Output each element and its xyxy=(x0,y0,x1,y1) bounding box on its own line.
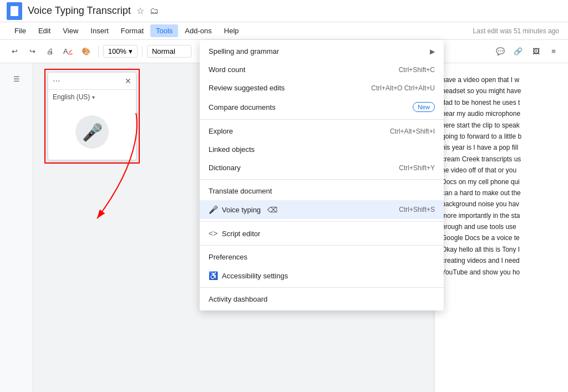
voice-panel-menu-icon[interactable]: ··· xyxy=(53,76,60,86)
menu-separator-3 xyxy=(200,221,444,222)
voice-typing-label: Voice typing xyxy=(222,206,261,214)
menu-insert[interactable]: Insert xyxy=(85,24,114,37)
menu-addons[interactable]: Add-ons xyxy=(179,24,217,37)
review-edits-label: Review suggested edits xyxy=(209,84,285,92)
review-edits-shortcut: Ctrl+Alt+O Ctrl+Alt+U xyxy=(371,84,435,92)
voice-typing-shortcut: Ctrl+Shift+S xyxy=(399,206,435,213)
menu-separator-1 xyxy=(200,119,444,120)
menu-view[interactable]: View xyxy=(57,24,84,37)
menu-spelling-grammar[interactable]: Spelling and grammar ▶ xyxy=(200,42,444,60)
menu-dictionary[interactable]: Dictionary Ctrl+Shift+Y xyxy=(200,159,444,177)
title-bar: Voice Typing Transcript ☆ 🗂 xyxy=(0,0,568,22)
star-icon[interactable]: ☆ xyxy=(136,6,144,16)
spelling-grammar-label: Spelling and grammar xyxy=(209,47,279,55)
script-editor-icon: <> xyxy=(209,229,217,238)
voice-panel-close-button[interactable]: ✕ xyxy=(125,77,131,85)
voice-typing-left: 🎤 Voice typing ⌫ xyxy=(209,205,277,214)
accessibility-left: ♿ Accessibility settings xyxy=(209,271,288,280)
voice-panel-header: ··· ✕ xyxy=(48,73,136,90)
align-button[interactable]: ≡ xyxy=(546,44,561,59)
zoom-dropdown-icon: ▾ xyxy=(129,47,133,55)
menu-translate[interactable]: Translate document xyxy=(200,182,444,200)
voice-typing-mic-icon: 🎤 xyxy=(209,205,217,214)
toolbar-separator-1 xyxy=(98,46,99,57)
spelling-grammar-left: Spelling and grammar xyxy=(209,47,279,55)
linked-objects-label: Linked objects xyxy=(209,145,255,154)
microphone-button[interactable]: 🎤 xyxy=(75,115,109,149)
doc-content: have a video open that I w headset so yo… xyxy=(442,74,561,278)
menu-activity-dashboard[interactable]: Activity dashboard xyxy=(200,290,444,308)
spelling-arrow-icon: ▶ xyxy=(430,48,435,55)
voice-panel-highlight-border: ··· ✕ English (US) ▾ 🎤 xyxy=(44,69,140,164)
menu-word-count[interactable]: Word count Ctrl+Shift+C xyxy=(200,60,444,79)
outline-button[interactable]: ☰ xyxy=(7,69,27,89)
activity-dashboard-left: Activity dashboard xyxy=(209,295,267,303)
print-button[interactable]: 🖨 xyxy=(42,44,58,59)
dictionary-label: Dictionary xyxy=(209,164,241,172)
menu-edit[interactable]: Edit xyxy=(33,24,56,37)
paint-format-button[interactable]: 🎨 xyxy=(78,44,94,59)
microphone-icon: 🎤 xyxy=(82,123,103,142)
word-count-label: Word count xyxy=(209,65,245,74)
menu-explore[interactable]: Explore Ctrl+Alt+Shift+I xyxy=(200,122,444,140)
menu-accessibility[interactable]: ♿ Accessibility settings xyxy=(200,266,444,285)
dictionary-shortcut: Ctrl+Shift+Y xyxy=(399,164,435,172)
explore-left: Explore xyxy=(209,127,233,135)
redo-button[interactable]: ↪ xyxy=(24,44,40,59)
menu-file[interactable]: File xyxy=(9,24,32,37)
compare-docs-left: Compare documents xyxy=(209,103,276,111)
folder-icon[interactable]: 🗂 xyxy=(150,6,159,16)
left-panel: ☰ xyxy=(0,63,33,392)
voice-panel-wrapper: ··· ✕ English (US) ▾ 🎤 xyxy=(44,69,140,164)
menu-linked-objects[interactable]: Linked objects xyxy=(200,140,444,159)
linked-objects-left: Linked objects xyxy=(209,145,255,154)
menu-review-edits[interactable]: Review suggested edits Ctrl+Alt+O Ctrl+A… xyxy=(200,79,444,97)
compare-docs-label: Compare documents xyxy=(209,103,276,111)
link-button[interactable]: 🔗 xyxy=(510,44,526,59)
tools-dropdown-menu: Spelling and grammar ▶ Word count Ctrl+S… xyxy=(200,40,444,310)
menu-separator-4 xyxy=(200,245,444,246)
language-dropdown-icon: ▾ xyxy=(92,94,95,100)
undo-button[interactable]: ↩ xyxy=(7,44,22,59)
explore-label: Explore xyxy=(209,127,233,135)
style-selector[interactable]: Normal xyxy=(147,45,191,58)
cursor-icon: ⌫ xyxy=(267,206,277,214)
translate-left: Translate document xyxy=(209,187,272,195)
review-edits-left: Review suggested edits xyxy=(209,84,285,92)
image-button[interactable]: 🖼 xyxy=(528,44,544,59)
explore-shortcut: Ctrl+Alt+Shift+I xyxy=(390,128,435,135)
new-badge: New xyxy=(413,102,435,112)
style-value: Normal xyxy=(152,47,175,55)
script-editor-label: Script editor xyxy=(222,230,260,238)
menu-separator-5 xyxy=(200,287,444,288)
script-editor-left: <> Script editor xyxy=(209,229,260,238)
menu-tools[interactable]: Tools xyxy=(150,24,178,37)
toolbar-separator-2 xyxy=(142,46,143,57)
menu-preferences[interactable]: Preferences xyxy=(200,248,444,266)
menu-compare-docs[interactable]: Compare documents New xyxy=(200,97,444,117)
menu-voice-typing[interactable]: 🎤 Voice typing ⌫ Ctrl+Shift+S xyxy=(200,200,444,219)
menu-script-editor[interactable]: <> Script editor xyxy=(200,224,444,243)
spellcheck-button[interactable]: A✓ xyxy=(60,44,76,59)
voice-typing-panel: ··· ✕ English (US) ▾ 🎤 xyxy=(48,72,136,160)
toolbar-right-section: 💬 🔗 🖼 ≡ xyxy=(493,44,561,59)
preferences-label: Preferences xyxy=(209,253,247,261)
doc-icon xyxy=(7,2,22,20)
word-count-left: Word count xyxy=(209,65,245,74)
comments-button[interactable]: 💬 xyxy=(493,44,508,59)
menu-format[interactable]: Format xyxy=(115,24,149,37)
zoom-selector[interactable]: 100% ▾ xyxy=(103,45,138,58)
last-edit-status: Last edit was 51 minutes ago xyxy=(473,27,559,35)
document-title: Voice Typing Transcript xyxy=(28,5,131,17)
doc-text-area: have a video open that I w headset so yo… xyxy=(435,63,568,392)
word-count-shortcut: Ctrl+Shift+C xyxy=(399,66,435,74)
zoom-value: 100% xyxy=(108,47,126,55)
accessibility-icon: ♿ xyxy=(209,271,217,280)
translate-label: Translate document xyxy=(209,187,272,195)
preferences-left: Preferences xyxy=(209,253,247,261)
accessibility-label: Accessibility settings xyxy=(222,272,288,280)
dictionary-left: Dictionary xyxy=(209,164,241,172)
language-label: English (US) xyxy=(53,93,90,101)
menu-help[interactable]: Help xyxy=(219,24,245,37)
language-selector[interactable]: English (US) ▾ xyxy=(48,90,136,104)
